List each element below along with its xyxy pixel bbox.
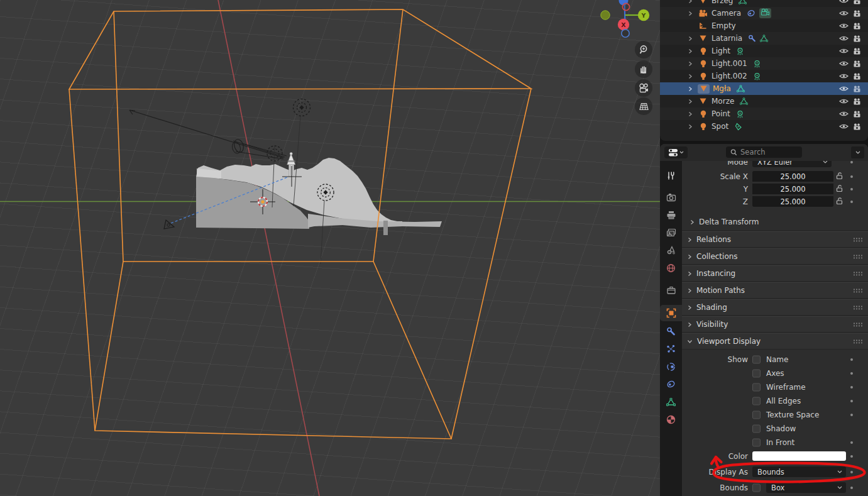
tab-object-active[interactable]: [660, 305, 682, 321]
scale-x-field[interactable]: 25.000: [752, 171, 833, 182]
animate-decorator[interactable]: [850, 441, 853, 444]
outliner-row-brzeg[interactable]: Brzeg: [660, 0, 868, 7]
spot-light-data-icon[interactable]: [734, 123, 742, 131]
3d-viewport[interactable]: Y X: [0, 0, 660, 496]
axes-checkbox[interactable]: [752, 370, 761, 378]
outliner-row-light-001[interactable]: Light.001: [660, 57, 868, 70]
hide-eye-icon[interactable]: [839, 48, 849, 54]
animate-decorator[interactable]: [850, 188, 853, 190]
object-name[interactable]: Empty: [711, 21, 736, 30]
all-edges-checkbox[interactable]: [752, 397, 761, 405]
disable-render-camera-icon[interactable]: [853, 23, 861, 30]
expand-chevron-icon[interactable]: [688, 61, 698, 67]
hide-eye-icon[interactable]: [839, 98, 849, 104]
panel-drag-handle[interactable]: [853, 339, 863, 344]
panel-motion-paths[interactable]: Motion Paths: [682, 282, 868, 299]
animate-decorator[interactable]: [850, 372, 853, 375]
expand-chevron-icon[interactable]: [688, 11, 698, 16]
panel-drag-handle[interactable]: [853, 289, 863, 293]
disable-render-camera-icon[interactable]: [853, 60, 861, 67]
disable-render-camera-icon[interactable]: [853, 48, 861, 55]
object-name[interactable]: Camera: [711, 9, 741, 18]
delta-transform-subpanel-header[interactable]: Delta Transform: [689, 214, 759, 229]
expand-chevron-icon[interactable]: [688, 111, 698, 117]
disable-render-camera-icon[interactable]: [853, 85, 861, 92]
animate-decorator[interactable]: [850, 201, 853, 203]
hide-eye-icon[interactable]: [839, 35, 849, 41]
header-options-button[interactable]: [851, 146, 864, 158]
axis-neg-z-ball[interactable]: [622, 30, 629, 37]
panel-viewport-display[interactable]: Viewport Display: [682, 333, 868, 350]
outliner-row-mgla-selected[interactable]: Mgła: [660, 82, 868, 95]
panel-collections[interactable]: Collections: [682, 248, 868, 265]
shadow-checkbox[interactable]: [752, 425, 761, 433]
animate-decorator[interactable]: [850, 455, 853, 458]
scale-z-field[interactable]: 25.000: [752, 196, 833, 207]
animate-decorator[interactable]: [850, 161, 853, 163]
disable-render-camera-icon[interactable]: [853, 0, 861, 4]
hide-eye-icon[interactable]: [839, 0, 849, 4]
disable-render-camera-icon[interactable]: [853, 10, 861, 17]
expand-chevron-icon[interactable]: [688, 86, 698, 92]
mesh-data-icon[interactable]: [739, 0, 747, 4]
object-name[interactable]: Mgła: [713, 84, 731, 93]
panel-visibility[interactable]: Visibility: [682, 316, 868, 333]
search-input[interactable]: Search: [726, 146, 802, 158]
tab-world[interactable]: [660, 260, 682, 276]
editor-type-button[interactable]: [664, 146, 688, 158]
tab-output[interactable]: [660, 207, 682, 223]
outliner-row-latarnia[interactable]: Latarnia: [660, 32, 868, 45]
panel-relations[interactable]: Relations: [682, 231, 868, 248]
lock-open-icon[interactable]: [836, 197, 843, 207]
display-as-dropdown[interactable]: Bounds: [752, 466, 846, 477]
animate-decorator[interactable]: [850, 386, 853, 389]
hide-eye-icon[interactable]: [839, 23, 849, 29]
point-light-data-icon[interactable]: [753, 72, 761, 80]
hide-eye-icon[interactable]: [839, 111, 849, 117]
mesh-data-icon[interactable]: [737, 85, 745, 92]
tab-modifiers[interactable]: [660, 323, 682, 339]
tab-scene[interactable]: [660, 242, 682, 258]
hide-eye-icon[interactable]: [839, 60, 849, 67]
outliner-row-point[interactable]: Point: [660, 107, 868, 120]
object-name[interactable]: Morze: [711, 97, 734, 106]
panel-drag-handle[interactable]: [853, 306, 863, 310]
outliner-row-light-002[interactable]: Light.002: [660, 70, 868, 82]
tab-tool[interactable]: [660, 167, 682, 184]
expand-chevron-icon[interactable]: [688, 48, 698, 54]
animate-decorator[interactable]: [850, 414, 853, 416]
panel-drag-handle[interactable]: [853, 272, 863, 276]
object-name[interactable]: Light.001: [711, 59, 747, 68]
modifier-wrench-icon[interactable]: [748, 35, 756, 42]
point-light-data-icon[interactable]: [753, 60, 761, 68]
disable-render-camera-icon[interactable]: [853, 111, 861, 118]
in-front-checkbox[interactable]: [752, 439, 761, 447]
panel-instancing[interactable]: Instancing: [682, 265, 868, 282]
active-camera-data-icon[interactable]: [759, 8, 771, 18]
disable-render-camera-icon[interactable]: [853, 123, 861, 130]
object-name[interactable]: Brzeg: [711, 0, 733, 5]
tab-particles[interactable]: [660, 341, 682, 357]
object-name[interactable]: Light: [711, 47, 730, 55]
outliner-row-light[interactable]: Light: [660, 45, 868, 57]
outliner-row-spot[interactable]: Spot: [660, 120, 868, 133]
texture-space-checkbox[interactable]: [752, 411, 761, 419]
hide-eye-icon[interactable]: [839, 85, 849, 92]
tab-collection[interactable]: [660, 282, 682, 298]
object-name[interactable]: Light.002: [711, 72, 747, 80]
outliner-row-morze[interactable]: Morze: [660, 95, 868, 107]
scale-y-field[interactable]: 25.000: [752, 184, 833, 194]
animate-decorator[interactable]: [850, 175, 853, 178]
expand-chevron-icon[interactable]: [688, 99, 698, 104]
animate-decorator[interactable]: [850, 471, 853, 473]
object-name[interactable]: Point: [711, 109, 730, 118]
move-view-button[interactable]: [635, 60, 652, 78]
panel-drag-handle[interactable]: [853, 322, 863, 327]
lock-open-icon[interactable]: [836, 172, 843, 182]
mesh-data-icon[interactable]: [740, 97, 748, 105]
disable-render-camera-icon[interactable]: [853, 98, 861, 105]
outliner-row-empty[interactable]: Empty: [660, 19, 868, 32]
hide-eye-icon[interactable]: [839, 123, 849, 130]
disable-render-camera-icon[interactable]: [853, 35, 861, 42]
toggle-projection-button[interactable]: [635, 97, 652, 115]
